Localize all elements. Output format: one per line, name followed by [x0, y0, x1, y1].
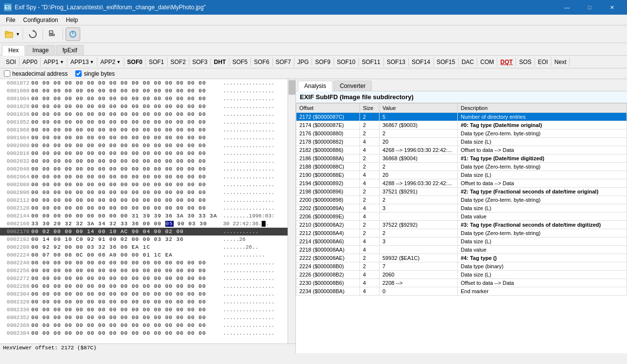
tab-hex[interactable]: Hex: [2, 45, 25, 56]
table-row[interactable]: 2174 ($0000087E)236867 ($9003)#0: Tag ty…: [296, 121, 627, 129]
hex-row[interactable]: 000192000 00 00 00 00 00 00 00 00 00 00 …: [0, 103, 288, 110]
seg-sof0[interactable]: SOF0: [124, 58, 146, 66]
hex-scrollbar[interactable]: [288, 79, 295, 343]
hex-row[interactable]: 000212800 00 00 00 00 00 00 00 00 00 00 …: [0, 204, 288, 212]
seg-app1[interactable]: APP1 ▼: [41, 58, 67, 66]
seg-sof6[interactable]: SOF6: [251, 58, 272, 66]
hex-row[interactable]: 000195200 00 00 00 00 00 00 00 00 00 00 …: [0, 118, 288, 126]
tab-converter[interactable]: Converter: [334, 81, 372, 91]
hex-row[interactable]: 000188800 00 00 00 00 00 00 00 00 00 00 …: [0, 87, 288, 95]
hex-row[interactable]: 000224000 00 00 00 00 00 00 00 00 00 00 …: [0, 259, 288, 267]
table-row[interactable]: 2218 ($000008AA)4Data value: [296, 246, 627, 254]
seg-sof7[interactable]: SOF7: [273, 58, 294, 66]
hex-row[interactable]: 000236800 00 00 00 00 00 00 00 00 00 00 …: [0, 321, 288, 329]
hex-row[interactable]: 000187200 00 00 00 00 00 00 00 00 00 00 …: [0, 79, 288, 87]
hex-row[interactable]: 000235200 00 00 00 00 00 00 00 00 00 00 …: [0, 314, 288, 321]
table-row[interactable]: 2190 ($0000088E)420Data size (L): [296, 171, 627, 179]
seg-sof14[interactable]: SOF14: [409, 58, 434, 66]
seg-sof9[interactable]: SOF9: [312, 58, 334, 66]
hex-row[interactable]: 000214400 00 00 00 00 00 00 00 00 31 39 …: [0, 212, 288, 220]
seg-sof1[interactable]: SOF1: [146, 58, 167, 66]
table-row[interactable]: 2172 ($0000087C)25Number of directory en…: [296, 113, 627, 121]
table-row[interactable]: 2230 ($000008B6)42208 -->Offset to data …: [296, 279, 627, 287]
hex-address-checkbox[interactable]: [4, 70, 10, 77]
hex-row[interactable]: 000201600 00 00 00 00 00 00 00 00 00 00 …: [0, 150, 288, 157]
seg-app0[interactable]: APP0: [20, 58, 41, 66]
single-bytes-checkbox[interactable]: [75, 70, 82, 77]
seg-jpg[interactable]: JPG: [294, 58, 312, 66]
hex-row[interactable]: 000209600 00 00 00 00 00 00 00 00 00 00 …: [0, 189, 288, 196]
seg-app13[interactable]: APP13 ▼: [67, 58, 97, 66]
hex-row[interactable]: 000206400 00 00 00 00 00 00 00 00 00 00 …: [0, 173, 288, 181]
close-button[interactable]: ✕: [601, 0, 623, 15]
seg-com[interactable]: COM: [477, 58, 497, 66]
hex-row[interactable]: 000225600 00 00 00 00 00 00 00 00 00 00 …: [0, 267, 288, 275]
hex-row[interactable]: 000217600 02 00 00 00 14 00 10 AC 90 04 …: [0, 228, 288, 236]
power-button[interactable]: [66, 27, 80, 41]
table-row[interactable]: 2186 ($0000088A)236868 ($9004)#1: Tag ty…: [296, 154, 627, 163]
hex-row[interactable]: 000220800 92 92 00 00 03 32 36 00 EA 1C.…: [0, 243, 288, 251]
table-row[interactable]: 2182 ($00000886)44268 --> 1996:03:30 22:…: [296, 146, 627, 154]
minimize-button[interactable]: —: [556, 0, 578, 15]
single-bytes-checkbox-label[interactable]: single bytes: [75, 70, 114, 77]
seg-app2[interactable]: APP2 ▼: [97, 58, 124, 66]
seg-dht[interactable]: DHT: [211, 58, 229, 66]
hex-row[interactable]: 000232000 00 00 00 00 00 00 00 00 00 00 …: [0, 298, 288, 306]
seg-sof5[interactable]: SOF5: [229, 58, 251, 66]
hex-row[interactable]: 000198400 00 00 00 00 00 00 00 00 00 00 …: [0, 134, 288, 142]
hex-address-checkbox-label[interactable]: hexadecimal address: [4, 70, 67, 77]
table-row[interactable]: 2210 ($000008A2)237522 ($9292)#3: Tag ty…: [296, 221, 627, 229]
menu-configuration[interactable]: Configuration: [19, 16, 62, 24]
hex-row[interactable]: 000190400 00 00 00 00 00 00 00 00 00 00 …: [0, 95, 288, 103]
table-row[interactable]: 2194 ($00000892)44288 --> 1996:03:30 22:…: [296, 179, 627, 188]
seg-sof11[interactable]: SOF11: [359, 58, 384, 66]
menu-file[interactable]: File: [2, 16, 19, 24]
hex-row[interactable]: 000200000 00 00 00 00 00 00 00 00 00 00 …: [0, 142, 288, 150]
zoom-button[interactable]: [45, 27, 60, 41]
hex-row[interactable]: 000193600 00 00 00 00 00 00 00 00 00 00 …: [0, 110, 288, 118]
seg-sof3[interactable]: SOF3: [189, 58, 211, 66]
seg-eoi[interactable]: EOI: [535, 58, 552, 66]
table-row[interactable]: 2206 ($0000089E)4Data value: [296, 213, 627, 221]
hex-row[interactable]: 000219200 14 00 10 C0 92 91 00 02 00 00 …: [0, 236, 288, 243]
table-row[interactable]: 2224 ($000008B0)27Data type (binary): [296, 262, 627, 271]
seg-sof15[interactable]: SOF15: [434, 58, 459, 66]
hex-row[interactable]: 000238400 00 00 00 00 00 00 00 00 00 00 …: [0, 329, 288, 337]
hex-row[interactable]: 000228800 00 00 00 00 00 00 00 00 00 00 …: [0, 282, 288, 290]
seg-sos[interactable]: SOS: [516, 58, 535, 66]
seg-dac[interactable]: DAC: [459, 58, 477, 66]
table-row[interactable]: 2212 ($000008A4)22Data type (Zero-term. …: [296, 229, 627, 237]
open-dropdown-arrow[interactable]: ▼: [16, 32, 20, 37]
menu-help[interactable]: Help: [62, 16, 82, 24]
hex-row[interactable]: 000211200 00 00 00 00 00 00 00 00 00 00 …: [0, 196, 288, 204]
reload-button[interactable]: [25, 27, 40, 41]
hex-row[interactable]: 000208000 00 00 00 00 00 00 00 00 00 00 …: [0, 181, 288, 189]
hex-content[interactable]: 000187200 00 00 00 00 00 00 00 00 00 00 …: [0, 79, 295, 343]
tab-analysis[interactable]: Analysis: [298, 81, 333, 91]
hex-row[interactable]: 000196800 00 00 00 00 00 00 00 00 00 00 …: [0, 126, 288, 134]
hex-row[interactable]: 000233600 00 00 00 00 00 00 00 00 00 00 …: [0, 306, 288, 314]
table-row[interactable]: 2176 ($00000880)22Data type (Zero-term. …: [296, 129, 627, 138]
tab-fpexif[interactable]: fpExif: [56, 45, 84, 55]
hex-row[interactable]: 000227200 00 00 00 00 00 00 00 00 00 00 …: [0, 275, 288, 282]
seg-sof2[interactable]: SOF2: [168, 58, 189, 66]
table-row[interactable]: 2226 ($000008B2)42060Data size (L): [296, 271, 627, 279]
table-row[interactable]: 2214 ($000008A6)43Data size (L): [296, 237, 627, 246]
table-row[interactable]: 2222 ($000008AE)259932 ($EA1C)#4: Tag ty…: [296, 254, 627, 262]
table-row[interactable]: 2234 ($000008BA)40End marker: [296, 287, 627, 296]
seg-next[interactable]: Next: [551, 58, 570, 66]
hex-row[interactable]: 000204800 00 00 00 00 00 00 00 00 00 00 …: [0, 165, 288, 173]
table-row[interactable]: 2188 ($0000088C)22Data type (Zero-term. …: [296, 163, 627, 171]
maximize-button[interactable]: □: [579, 0, 601, 15]
hex-row[interactable]: 000216033 30 20 32 32 3A 34 32 33 36 00 …: [0, 220, 288, 228]
hex-row[interactable]: 000203200 00 00 00 00 00 00 00 00 00 00 …: [0, 157, 288, 165]
analysis-table-container[interactable]: Offset Size Value Description 2172 ($000…: [296, 103, 627, 353]
table-row[interactable]: 2202 ($0000089A)43Data size (L): [296, 204, 627, 213]
tab-image[interactable]: Image: [26, 45, 55, 55]
seg-dqt[interactable]: DQT: [497, 58, 516, 66]
table-row[interactable]: 2198 ($00000896)237521 ($9291)#2: Tag ty…: [296, 188, 627, 196]
table-row[interactable]: 2200 ($00000898)22Data type (Zero-term. …: [296, 196, 627, 204]
hex-row[interactable]: 000222400 07 00 08 0C 00 08 A0 00 00 01 …: [0, 251, 288, 259]
hex-row[interactable]: 000230400 00 00 00 00 00 00 00 00 00 00 …: [0, 290, 288, 298]
table-row[interactable]: 2178 ($00000882)420Data size (L): [296, 138, 627, 146]
